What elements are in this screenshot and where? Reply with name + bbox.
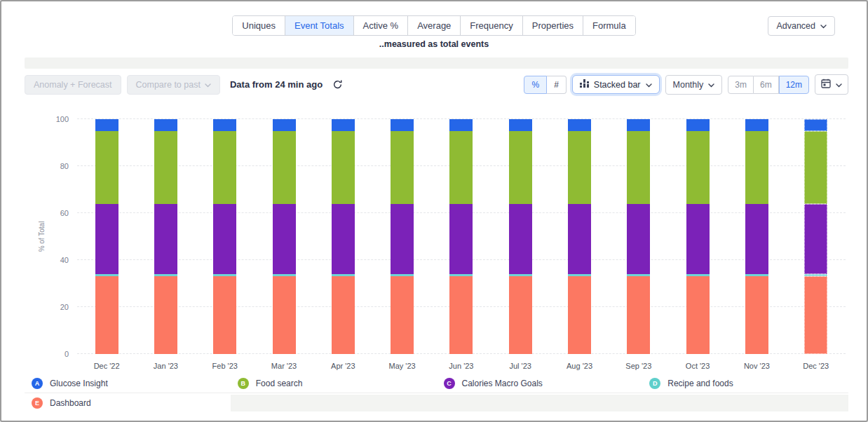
bar-segment-dashboard[interactable] <box>332 276 355 354</box>
bar-segment-glucose-insight[interactable] <box>95 119 118 131</box>
bar-segment-calories-macro-goals[interactable] <box>509 204 532 273</box>
stacked-bar-jan-23[interactable] <box>154 119 177 354</box>
bar-segment-glucose-insight[interactable] <box>627 119 650 131</box>
bar-segment-glucose-insight[interactable] <box>154 119 177 131</box>
bar-segment-dashboard[interactable] <box>391 276 414 354</box>
bar-segment-calories-macro-goals[interactable] <box>627 204 650 273</box>
date-picker-button[interactable] <box>815 74 848 95</box>
bar-segment-dashboard[interactable] <box>804 276 827 354</box>
bar-segment-dashboard[interactable] <box>686 276 710 354</box>
bar-segment-dashboard[interactable] <box>745 276 768 354</box>
bar-segment-dashboard[interactable] <box>95 276 118 354</box>
legend-item-dashboard[interactable]: EDashboard <box>25 393 231 412</box>
bar-segment-calories-macro-goals[interactable] <box>568 204 591 273</box>
bar-segment-calories-macro-goals[interactable] <box>745 204 768 273</box>
bar-segment-glucose-insight[interactable] <box>332 119 355 131</box>
bar-segment-dashboard[interactable] <box>273 276 296 354</box>
legend-item-food-search[interactable]: BFood search <box>231 374 437 393</box>
bar-segment-calories-macro-goals[interactable] <box>804 204 827 273</box>
bar-segment-food-search[interactable] <box>332 131 355 205</box>
stacked-bar-feb-23[interactable] <box>213 119 236 354</box>
bar-segment-calories-macro-goals[interactable] <box>449 204 473 273</box>
bar-segment-food-search[interactable] <box>95 131 118 205</box>
tab-active-percent[interactable]: Active % <box>353 16 408 35</box>
bar-segment-glucose-insight[interactable] <box>449 119 473 131</box>
stacked-bar-dec-23[interactable] <box>804 119 827 354</box>
y-tick-label: 40 <box>60 256 69 264</box>
stacked-bar-may-23[interactable] <box>391 119 414 354</box>
bar-segment-glucose-insight[interactable] <box>391 119 414 131</box>
bar-segment-glucose-insight[interactable] <box>686 119 710 131</box>
percent-toggle-button[interactable]: % <box>524 76 547 94</box>
toolbar-right: % # Stacked bar Monthly <box>524 74 848 95</box>
stacked-bar-sep-23[interactable] <box>627 119 650 354</box>
tab-properties[interactable]: Properties <box>522 16 583 35</box>
bar-segment-glucose-insight[interactable] <box>804 119 827 131</box>
tab-event-totals[interactable]: Event Totals <box>285 16 353 35</box>
bar-segment-food-search[interactable] <box>391 131 414 205</box>
number-toggle-button[interactable]: # <box>547 76 567 94</box>
x-tick-label: Jan '23 <box>143 362 188 370</box>
bar-segment-calories-macro-goals[interactable] <box>686 204 710 273</box>
bar-segment-dashboard[interactable] <box>509 276 532 354</box>
bar-segment-calories-macro-goals[interactable] <box>391 204 414 273</box>
y-tick-label: 0 <box>65 350 69 358</box>
bar-segment-glucose-insight[interactable] <box>509 119 532 131</box>
range-3m-button[interactable]: 3m <box>728 76 754 94</box>
interval-dropdown[interactable]: Monthly <box>665 75 723 95</box>
bar-segment-food-search[interactable] <box>568 131 591 205</box>
bar-segment-glucose-insight[interactable] <box>568 119 591 131</box>
bar-segment-dashboard[interactable] <box>449 276 473 354</box>
stacked-bar-dec-22[interactable] <box>95 119 118 354</box>
chart-type-label: Stacked bar <box>594 80 641 90</box>
bar-segment-food-search[interactable] <box>154 131 177 205</box>
compare-to-past-button[interactable]: Compare to past <box>127 75 220 95</box>
bar-segment-dashboard[interactable] <box>568 276 591 354</box>
x-tick-label: Apr '23 <box>320 362 365 370</box>
legend-item-glucose-insight[interactable]: AGlucose Insight <box>25 374 231 393</box>
refresh-icon[interactable] <box>332 79 343 90</box>
bar-segment-calories-macro-goals[interactable] <box>213 204 236 273</box>
collapsed-section-bar[interactable] <box>25 57 848 69</box>
tab-uniques[interactable]: Uniques <box>233 16 285 35</box>
anomaly-forecast-button[interactable]: Anomaly + Forecast <box>25 75 121 95</box>
bar-segment-food-search[interactable] <box>627 131 650 205</box>
tab-frequency[interactable]: Frequency <box>460 16 522 35</box>
tab-average[interactable]: Average <box>407 16 460 35</box>
x-tick-label: Jun '23 <box>439 362 484 370</box>
bar-segment-food-search[interactable] <box>509 131 532 205</box>
stacked-bar-nov-23[interactable] <box>745 119 768 354</box>
bar-segment-food-search[interactable] <box>449 131 473 205</box>
bar-segment-glucose-insight[interactable] <box>273 119 296 131</box>
stacked-bar-oct-23[interactable] <box>686 119 710 354</box>
stacked-bar-aug-23[interactable] <box>568 119 591 354</box>
bar-segment-food-search[interactable] <box>213 131 236 205</box>
bar-segment-calories-macro-goals[interactable] <box>332 204 355 273</box>
bar-segment-dashboard[interactable] <box>213 276 236 354</box>
bar-segment-dashboard[interactable] <box>627 276 650 354</box>
chevron-down-icon <box>836 80 842 90</box>
chart-type-dropdown[interactable]: Stacked bar <box>572 75 660 94</box>
stacked-bar-mar-23[interactable] <box>273 119 296 354</box>
bar-segment-calories-macro-goals[interactable] <box>273 204 296 273</box>
bar-segment-food-search[interactable] <box>745 131 768 205</box>
stacked-bar-apr-23[interactable] <box>332 119 355 354</box>
bar-segment-calories-macro-goals[interactable] <box>95 204 118 273</box>
bar-segment-dashboard[interactable] <box>154 276 177 354</box>
bar-segment-food-search[interactable] <box>273 131 296 205</box>
bar-segment-food-search[interactable] <box>804 131 827 205</box>
bar-segment-calories-macro-goals[interactable] <box>154 204 177 273</box>
legend-item-recipe-and-foods[interactable]: DRecipe and foods <box>642 374 848 393</box>
bar-segment-glucose-insight[interactable] <box>213 119 236 131</box>
advanced-button[interactable]: Advanced <box>768 16 835 36</box>
stacked-bar-jun-23[interactable] <box>449 119 473 354</box>
range-6m-button[interactable]: 6m <box>754 76 779 94</box>
bar-segment-food-search[interactable] <box>686 131 710 205</box>
stacked-bar-jul-23[interactable] <box>509 119 532 354</box>
bar-segment-glucose-insight[interactable] <box>745 119 768 131</box>
legend-item-calories-macro-goals[interactable]: CCalories Macro Goals <box>437 374 643 393</box>
range-12m-button[interactable]: 12m <box>779 76 809 94</box>
legend-marker-e: E <box>32 397 43 409</box>
tab-formula[interactable]: Formula <box>583 16 635 35</box>
toolbar-left: Anomaly + Forecast Compare to past Data … <box>25 75 343 95</box>
